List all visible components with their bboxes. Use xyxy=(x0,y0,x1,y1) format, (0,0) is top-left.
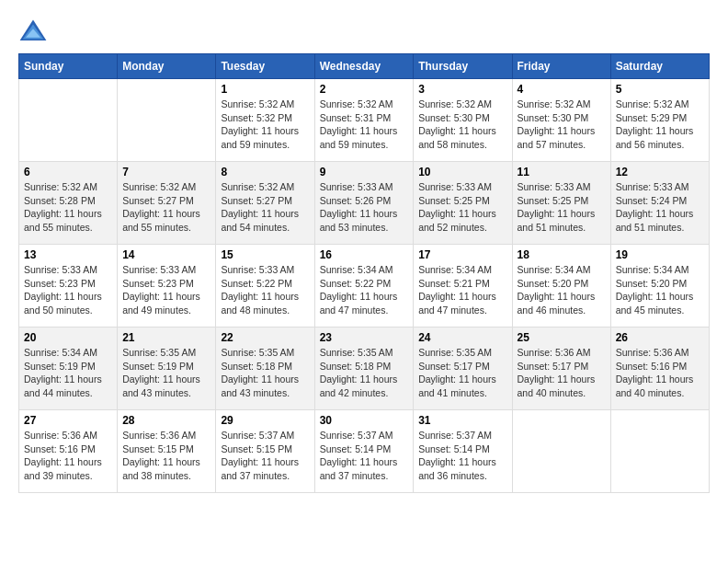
day-number: 8 xyxy=(221,166,309,178)
day-number: 21 xyxy=(122,331,210,344)
day-number: 5 xyxy=(616,83,704,96)
day-cell: 10Sunrise: 5:33 AM Sunset: 5:25 PM Dayli… xyxy=(414,162,512,245)
day-cell: 20Sunrise: 5:34 AM Sunset: 5:19 PM Dayli… xyxy=(19,327,118,410)
day-cell xyxy=(19,79,118,162)
col-header-wednesday: Wednesday xyxy=(314,54,414,79)
day-cell: 16Sunrise: 5:34 AM Sunset: 5:22 PM Dayli… xyxy=(314,245,414,327)
day-number: 11 xyxy=(518,166,606,178)
day-cell: 30Sunrise: 5:37 AM Sunset: 5:14 PM Dayli… xyxy=(314,410,414,493)
day-cell: 31Sunrise: 5:37 AM Sunset: 5:14 PM Dayli… xyxy=(414,410,512,493)
day-cell: 2Sunrise: 5:32 AM Sunset: 5:31 PM Daylig… xyxy=(314,79,414,162)
day-info: Sunrise: 5:37 AM Sunset: 5:14 PM Dayligh… xyxy=(320,429,409,483)
day-number: 30 xyxy=(320,414,409,427)
day-number: 3 xyxy=(418,83,506,96)
day-info: Sunrise: 5:36 AM Sunset: 5:16 PM Dayligh… xyxy=(24,429,112,483)
day-cell: 14Sunrise: 5:33 AM Sunset: 5:23 PM Dayli… xyxy=(118,245,216,327)
day-number: 16 xyxy=(320,248,409,261)
day-number: 25 xyxy=(518,331,606,344)
day-number: 29 xyxy=(221,414,309,427)
day-info: Sunrise: 5:34 AM Sunset: 5:20 PM Dayligh… xyxy=(518,263,606,317)
day-info: Sunrise: 5:33 AM Sunset: 5:25 PM Dayligh… xyxy=(518,180,606,235)
day-number: 22 xyxy=(221,331,309,344)
day-number: 15 xyxy=(221,248,309,261)
day-number: 10 xyxy=(418,166,506,178)
day-cell: 9Sunrise: 5:33 AM Sunset: 5:26 PM Daylig… xyxy=(314,162,414,245)
day-cell: 25Sunrise: 5:36 AM Sunset: 5:17 PM Dayli… xyxy=(512,327,610,410)
day-info: Sunrise: 5:35 AM Sunset: 5:18 PM Dayligh… xyxy=(221,346,309,400)
week-row-5: 27Sunrise: 5:36 AM Sunset: 5:16 PM Dayli… xyxy=(19,410,710,493)
day-info: Sunrise: 5:33 AM Sunset: 5:24 PM Dayligh… xyxy=(616,180,704,235)
week-row-4: 20Sunrise: 5:34 AM Sunset: 5:19 PM Dayli… xyxy=(19,327,710,410)
day-info: Sunrise: 5:32 AM Sunset: 5:29 PM Dayligh… xyxy=(616,98,704,152)
day-info: Sunrise: 5:35 AM Sunset: 5:19 PM Dayligh… xyxy=(122,346,210,400)
page-header xyxy=(18,18,710,44)
day-info: Sunrise: 5:32 AM Sunset: 5:27 PM Dayligh… xyxy=(122,180,210,235)
day-info: Sunrise: 5:37 AM Sunset: 5:14 PM Dayligh… xyxy=(418,429,506,483)
day-number: 20 xyxy=(24,331,112,344)
day-info: Sunrise: 5:37 AM Sunset: 5:15 PM Dayligh… xyxy=(221,429,309,483)
day-info: Sunrise: 5:33 AM Sunset: 5:26 PM Dayligh… xyxy=(320,180,409,235)
day-cell xyxy=(610,410,709,493)
day-info: Sunrise: 5:34 AM Sunset: 5:20 PM Dayligh… xyxy=(616,263,704,317)
day-cell: 26Sunrise: 5:36 AM Sunset: 5:16 PM Dayli… xyxy=(610,327,709,410)
day-info: Sunrise: 5:34 AM Sunset: 5:19 PM Dayligh… xyxy=(24,346,112,400)
day-cell: 6Sunrise: 5:32 AM Sunset: 5:28 PM Daylig… xyxy=(19,162,118,245)
day-cell: 8Sunrise: 5:32 AM Sunset: 5:27 PM Daylig… xyxy=(216,162,314,245)
day-info: Sunrise: 5:32 AM Sunset: 5:27 PM Dayligh… xyxy=(221,180,309,235)
day-number: 27 xyxy=(24,414,112,427)
day-cell: 21Sunrise: 5:35 AM Sunset: 5:19 PM Dayli… xyxy=(118,327,216,410)
week-row-3: 13Sunrise: 5:33 AM Sunset: 5:23 PM Dayli… xyxy=(19,245,710,327)
col-header-monday: Monday xyxy=(118,54,216,79)
day-number: 19 xyxy=(616,248,704,261)
day-number: 31 xyxy=(418,414,506,427)
day-number: 28 xyxy=(122,414,210,427)
day-cell: 29Sunrise: 5:37 AM Sunset: 5:15 PM Dayli… xyxy=(216,410,314,493)
day-info: Sunrise: 5:32 AM Sunset: 5:31 PM Dayligh… xyxy=(320,98,409,152)
day-cell: 13Sunrise: 5:33 AM Sunset: 5:23 PM Dayli… xyxy=(19,245,118,327)
day-cell: 24Sunrise: 5:35 AM Sunset: 5:17 PM Dayli… xyxy=(414,327,512,410)
day-cell: 22Sunrise: 5:35 AM Sunset: 5:18 PM Dayli… xyxy=(216,327,314,410)
day-cell: 23Sunrise: 5:35 AM Sunset: 5:18 PM Dayli… xyxy=(314,327,414,410)
week-row-1: 1Sunrise: 5:32 AM Sunset: 5:32 PM Daylig… xyxy=(19,79,710,162)
header-row: SundayMondayTuesdayWednesdayThursdayFrid… xyxy=(19,54,710,79)
day-cell xyxy=(118,79,216,162)
day-cell: 28Sunrise: 5:36 AM Sunset: 5:15 PM Dayli… xyxy=(118,410,216,493)
day-number: 13 xyxy=(24,248,112,261)
day-number: 23 xyxy=(320,331,409,344)
day-cell: 3Sunrise: 5:32 AM Sunset: 5:30 PM Daylig… xyxy=(414,79,512,162)
day-info: Sunrise: 5:32 AM Sunset: 5:30 PM Dayligh… xyxy=(518,98,606,152)
day-cell: 5Sunrise: 5:32 AM Sunset: 5:29 PM Daylig… xyxy=(610,79,709,162)
day-info: Sunrise: 5:33 AM Sunset: 5:23 PM Dayligh… xyxy=(122,263,210,317)
day-number: 9 xyxy=(320,166,409,178)
day-info: Sunrise: 5:32 AM Sunset: 5:30 PM Dayligh… xyxy=(418,98,506,152)
day-number: 17 xyxy=(418,248,506,261)
col-header-friday: Friday xyxy=(512,54,610,79)
day-cell: 18Sunrise: 5:34 AM Sunset: 5:20 PM Dayli… xyxy=(512,245,610,327)
day-number: 12 xyxy=(616,166,704,178)
day-number: 1 xyxy=(221,83,309,96)
day-cell: 11Sunrise: 5:33 AM Sunset: 5:25 PM Dayli… xyxy=(512,162,610,245)
day-info: Sunrise: 5:34 AM Sunset: 5:22 PM Dayligh… xyxy=(320,263,409,317)
col-header-thursday: Thursday xyxy=(414,54,512,79)
day-number: 6 xyxy=(24,166,112,178)
day-number: 14 xyxy=(122,248,210,261)
day-info: Sunrise: 5:34 AM Sunset: 5:21 PM Dayligh… xyxy=(418,263,506,317)
day-info: Sunrise: 5:32 AM Sunset: 5:32 PM Dayligh… xyxy=(221,98,309,152)
day-info: Sunrise: 5:32 AM Sunset: 5:28 PM Dayligh… xyxy=(24,180,112,235)
day-cell: 17Sunrise: 5:34 AM Sunset: 5:21 PM Dayli… xyxy=(414,245,512,327)
col-header-sunday: Sunday xyxy=(19,54,118,79)
col-header-tuesday: Tuesday xyxy=(216,54,314,79)
day-info: Sunrise: 5:35 AM Sunset: 5:18 PM Dayligh… xyxy=(320,346,409,400)
day-number: 7 xyxy=(122,166,210,178)
logo-icon xyxy=(18,18,48,44)
day-info: Sunrise: 5:33 AM Sunset: 5:25 PM Dayligh… xyxy=(418,180,506,235)
day-info: Sunrise: 5:36 AM Sunset: 5:15 PM Dayligh… xyxy=(122,429,210,483)
day-info: Sunrise: 5:35 AM Sunset: 5:17 PM Dayligh… xyxy=(418,346,506,400)
day-cell: 27Sunrise: 5:36 AM Sunset: 5:16 PM Dayli… xyxy=(19,410,118,493)
day-cell: 4Sunrise: 5:32 AM Sunset: 5:30 PM Daylig… xyxy=(512,79,610,162)
day-info: Sunrise: 5:33 AM Sunset: 5:23 PM Dayligh… xyxy=(24,263,112,317)
day-number: 24 xyxy=(418,331,506,344)
day-number: 26 xyxy=(616,331,704,344)
calendar-table: SundayMondayTuesdayWednesdayThursdayFrid… xyxy=(18,53,710,493)
day-cell xyxy=(512,410,610,493)
